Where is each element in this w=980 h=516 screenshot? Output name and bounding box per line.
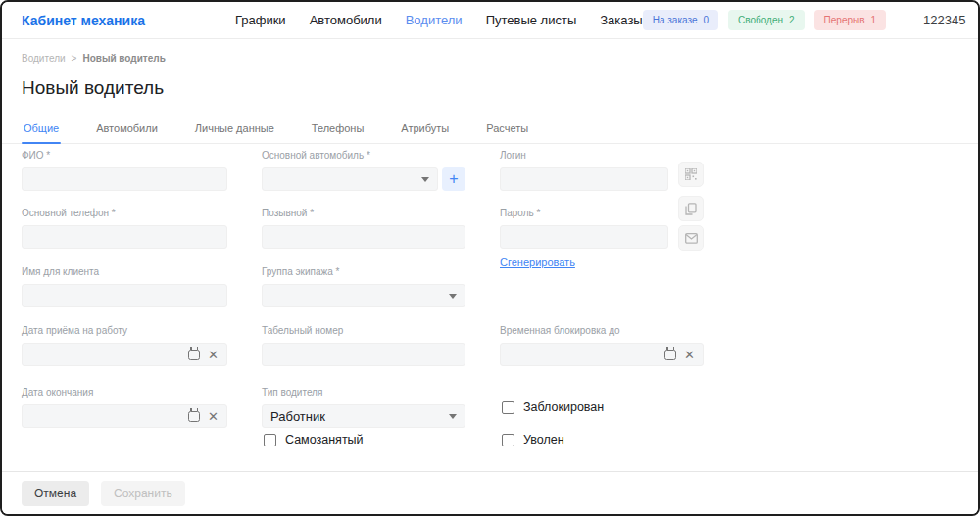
badge-on-order-label: На заказе [653, 15, 698, 25]
field-main-phone: Основной телефон * [22, 208, 227, 249]
hire-date-input[interactable] [30, 348, 180, 362]
personnel-number-label: Табельный номер [262, 325, 466, 336]
badge-free: Свободен2 [728, 10, 805, 30]
add-car-button[interactable]: + [442, 167, 466, 191]
badge-break-count: 1 [871, 15, 877, 25]
qr-code-icon [685, 168, 697, 180]
driver-type-value: Работник [270, 409, 441, 424]
login-label: Логин [500, 150, 668, 161]
main-car-select[interactable] [262, 167, 438, 191]
driver-status-badges: На заказе0 Свободен2 Перерыв1 [643, 10, 886, 30]
callsign-input[interactable] [262, 225, 466, 249]
chevron-down-icon [449, 414, 457, 419]
checkbox-self-employed[interactable]: Самозанятый [264, 433, 364, 446]
qr-code-button[interactable] [678, 162, 704, 187]
field-end-date: Дата окончания ✕ [22, 387, 227, 428]
clear-icon[interactable]: ✕ [684, 349, 695, 361]
main-content: Водители > Новый водитель Новый водитель… [2, 39, 978, 475]
nav-item-waybills[interactable]: Путевые листы [486, 13, 577, 27]
breadcrumb-current: Новый водитель [82, 53, 165, 64]
field-callsign: Позывной * [262, 208, 466, 249]
field-client-name: Имя для клиента [22, 266, 227, 307]
field-personnel-number: Табельный номер [262, 325, 466, 366]
checkbox-icon [502, 401, 514, 414]
fio-label: ФИО * [22, 150, 227, 161]
badge-on-order: На заказе0 [643, 10, 718, 30]
hire-date-label: Дата приёма на работу [22, 325, 227, 336]
checkbox-fired[interactable]: Уволен [502, 433, 564, 446]
field-block-until: Временная блокировка до ✕ [500, 325, 704, 366]
field-crew-group: Группа экипажа * [262, 266, 466, 307]
app-title[interactable]: Кабинет механика [22, 13, 145, 28]
save-button[interactable]: Сохранить [101, 481, 185, 506]
field-hire-date: Дата приёма на работу ✕ [22, 325, 227, 366]
main-car-label: Основной автомобиль * [262, 150, 466, 161]
send-email-button[interactable] [678, 225, 704, 251]
crew-group-label: Группа экипажа * [262, 266, 466, 277]
copy-icon [685, 203, 697, 215]
badge-free-label: Свободен [738, 15, 783, 25]
calendar-icon[interactable] [188, 411, 200, 422]
main-nav: Графики Автомобили Водители Путевые лист… [235, 13, 643, 27]
field-login: Логин [500, 150, 668, 191]
blocked-label: Заблокирован [523, 400, 604, 414]
main-phone-label: Основной телефон * [22, 208, 227, 218]
envelope-icon [685, 233, 698, 244]
page-title: Новый водитель [2, 64, 978, 99]
tab-general[interactable]: Общие [22, 115, 61, 143]
tab-cars[interactable]: Автомобили [94, 115, 160, 143]
generate-password-link[interactable]: Сгенерировать [500, 257, 575, 268]
hire-date-box: ✕ [22, 343, 227, 366]
end-date-input[interactable] [30, 409, 180, 424]
badge-break-label: Перерыв [824, 15, 865, 25]
checkbox-icon [502, 434, 514, 446]
nav-item-graphics[interactable]: Графики [235, 13, 286, 27]
driver-type-select[interactable]: Работник [262, 404, 466, 428]
client-name-label: Имя для клиента [22, 266, 227, 277]
tab-attributes[interactable]: Атрибуты [399, 115, 451, 143]
tab-phones[interactable]: Телефоны [310, 115, 367, 143]
tab-calculations[interactable]: Расчеты [484, 115, 530, 143]
cancel-button[interactable]: Отмена [22, 481, 89, 506]
block-until-input[interactable] [509, 348, 657, 362]
copy-button[interactable] [678, 196, 704, 221]
tab-personal-data[interactable]: Личные данные [193, 115, 276, 143]
fired-label: Уволен [523, 433, 564, 446]
field-fio: ФИО * [22, 150, 227, 191]
field-driver-type: Тип водителя Работник [262, 387, 466, 428]
checkbox-icon [264, 434, 276, 446]
end-date-box: ✕ [22, 404, 227, 428]
form-footer: Отмена Сохранить [2, 471, 978, 514]
calendar-icon[interactable] [664, 350, 676, 360]
driver-type-label: Тип водителя [262, 387, 466, 398]
chevron-down-icon [421, 177, 429, 182]
tab-bar: Общие Автомобили Личные данные Телефоны … [2, 115, 978, 144]
password-input[interactable] [500, 225, 668, 249]
checkbox-blocked[interactable]: Заблокирован [502, 400, 604, 414]
client-name-input[interactable] [22, 284, 227, 307]
driver-form: ФИО * Основной автомобиль * + Логин [2, 144, 978, 480]
breadcrumb-drivers[interactable]: Водители [22, 53, 66, 64]
app-window: Кабинет механика Графики Автомобили Води… [0, 0, 980, 516]
nav-item-drivers[interactable]: Водители [406, 13, 463, 27]
user-id: 122345 [923, 13, 965, 27]
clear-icon[interactable]: ✕ [208, 349, 219, 361]
header-right: На заказе0 Свободен2 Перерыв1 122345 [643, 7, 980, 34]
login-input[interactable] [500, 167, 668, 191]
chevron-down-icon [449, 294, 457, 299]
main-phone-input[interactable] [22, 225, 227, 249]
field-password: Пароль * [500, 208, 668, 249]
nav-item-cars[interactable]: Автомобили [310, 13, 382, 27]
field-main-car: Основной автомобиль * + [262, 150, 466, 191]
calendar-icon[interactable] [188, 350, 200, 360]
crew-group-select[interactable] [262, 284, 466, 307]
fio-input[interactable] [22, 167, 227, 191]
clear-icon[interactable]: ✕ [208, 410, 219, 423]
block-until-label: Временная блокировка до [500, 325, 704, 336]
nav-item-orders[interactable]: Заказы [600, 13, 642, 27]
self-employed-label: Самозанятый [285, 433, 364, 446]
personnel-number-input[interactable] [262, 343, 466, 366]
password-label: Пароль * [500, 208, 668, 218]
badge-on-order-count: 0 [704, 15, 710, 25]
block-until-box: ✕ [500, 343, 704, 366]
